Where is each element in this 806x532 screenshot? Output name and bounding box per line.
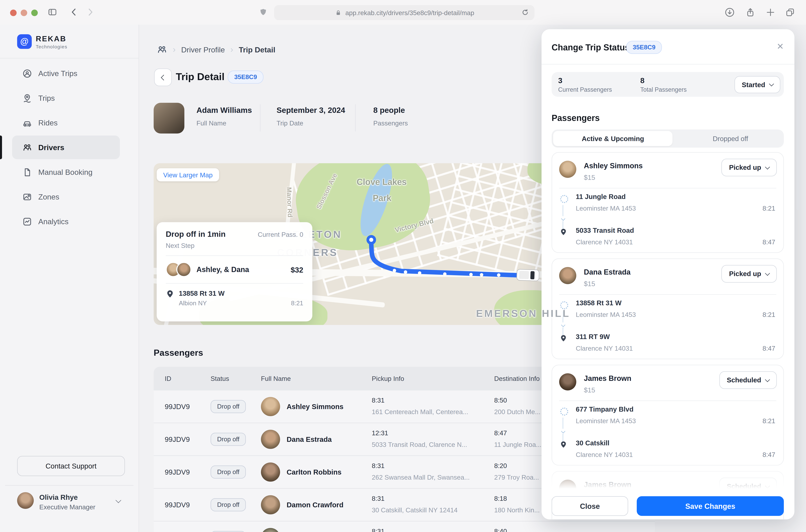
sidebar-nav: Active Trips Trips Rides Driv xyxy=(0,61,138,234)
trip-status-value: Started xyxy=(742,81,765,89)
user-name: Olivia Rhye xyxy=(39,493,78,501)
chevron-down-icon xyxy=(769,81,774,87)
address-bar[interactable]: app.rekab.city/drivers/35e8c9/trip-detai… xyxy=(274,5,535,20)
tab-overview-icon[interactable] xyxy=(785,7,795,18)
pickup-address: 5033 Transit Road, Clarence N... xyxy=(372,441,483,449)
pickup-time: 8:21 xyxy=(763,417,775,425)
shield-icon[interactable] xyxy=(258,7,268,17)
sidebar-item-trips[interactable]: Trips xyxy=(0,86,138,110)
cell-id: 99JDV9 xyxy=(154,501,199,509)
sidebar: @ REKAB Technologies Active Trips Trips xyxy=(0,25,139,532)
status-badge[interactable]: Drop off xyxy=(211,400,246,413)
passenger-tabs: Active & Upcoming Dropped off xyxy=(552,130,784,148)
total-passengers-label: Total Passengers xyxy=(640,86,687,93)
breadcrumb-driver-profile[interactable]: Driver Profile xyxy=(181,45,225,54)
trip-status-dropdown[interactable]: Started xyxy=(735,76,780,93)
back-icon[interactable] xyxy=(69,7,79,17)
view-larger-map-button[interactable]: View Larger Map xyxy=(157,168,219,182)
avatar xyxy=(261,495,280,514)
back-button[interactable] xyxy=(154,69,172,86)
traffic-close-button[interactable] xyxy=(10,10,17,16)
current-passengers-label: Current Passengers xyxy=(558,86,612,93)
route-connector xyxy=(563,418,563,429)
scrollbar[interactable] xyxy=(797,69,800,210)
pickup-time: 8:31 xyxy=(372,528,483,532)
sidebar-item-drivers[interactable]: Drivers xyxy=(0,135,138,160)
breadcrumb-trip-detail: Trip Detail xyxy=(239,45,275,54)
divider xyxy=(260,104,261,132)
app-window: app.rekab.city/drivers/35e8c9/trip-detai… xyxy=(0,0,806,532)
column-id: ID xyxy=(154,375,199,382)
close-button[interactable]: Close xyxy=(552,496,628,516)
dest-time: 8:40 xyxy=(494,528,655,532)
passenger-name: James Brown xyxy=(584,374,631,382)
sidebar-item-label: Zones xyxy=(38,192,59,201)
sidebar-item-label: Active Trips xyxy=(38,69,77,78)
sidebar-toggle-icon[interactable] xyxy=(47,7,57,17)
sidebar-item-label: Trips xyxy=(38,94,55,102)
cell-name: Carlton Robbins xyxy=(287,468,342,476)
passenger-status-dropdown[interactable]: Picked up xyxy=(722,159,777,176)
trip-stats-card: 3 Current Passengers 8 Total Passengers … xyxy=(552,72,784,97)
downloads-icon[interactable] xyxy=(724,7,735,18)
reload-icon[interactable] xyxy=(521,8,530,17)
location-pin-icon xyxy=(560,441,567,449)
share-icon[interactable] xyxy=(745,7,756,18)
divider xyxy=(541,64,794,64)
sidebar-item-zones[interactable]: Zones xyxy=(0,184,138,209)
tab-dropped-off[interactable]: Dropped off xyxy=(677,130,784,148)
traffic-minimize-button[interactable] xyxy=(21,10,27,16)
traffic-zoom-button[interactable] xyxy=(31,10,38,16)
dropoff-address: 30 Catskill xyxy=(576,439,609,447)
close-icon[interactable]: ✕ xyxy=(776,41,784,52)
url-text: app.rekab.city/drivers/35e8c9/trip-detai… xyxy=(345,9,474,17)
status-badge[interactable]: Drop off xyxy=(211,433,246,446)
pickup-time: 12:31 xyxy=(372,429,483,437)
passenger-status-value: Scheduled xyxy=(727,376,761,384)
sidebar-item-rides[interactable]: Rides xyxy=(0,110,138,135)
chevron-left-icon xyxy=(161,75,167,80)
avatar xyxy=(559,373,576,391)
sidebar-item-label: Drivers xyxy=(38,143,64,152)
sidebar-item-manual-booking[interactable]: Manual Booking xyxy=(0,160,138,184)
dropoff-time: 8:47 xyxy=(763,238,775,246)
chevron-down-icon xyxy=(765,270,770,276)
status-badge[interactable]: Drop off xyxy=(211,531,246,532)
rider-names: Ashley, & Dana xyxy=(196,266,291,273)
avatar xyxy=(261,430,280,449)
pickup-pending-icon xyxy=(560,407,568,416)
chevron-down-icon[interactable] xyxy=(116,497,121,503)
trip-map[interactable]: Clove Lakes Park Victory Blvd Manor Rd S… xyxy=(154,163,657,325)
avatar[interactable] xyxy=(17,492,34,509)
forward-icon[interactable] xyxy=(85,7,95,17)
sidebar-item-label: Manual Booking xyxy=(38,168,93,176)
brand-sub: Technologies xyxy=(36,44,67,50)
breadcrumb: › Driver Profile › Trip Detail xyxy=(157,44,275,55)
save-changes-button[interactable]: Save Changes xyxy=(637,496,784,516)
pickup-time: 8:21 xyxy=(763,205,775,212)
rekab-logo-icon: @ xyxy=(17,34,32,49)
next-step-title: Drop off in 1min xyxy=(166,230,226,239)
map-image-icon xyxy=(22,192,32,202)
car-icon xyxy=(22,118,32,128)
passenger-status-dropdown[interactable]: Picked up xyxy=(722,265,777,283)
pickup-city: Leominster MA 1453 xyxy=(576,417,636,425)
passenger-status-dropdown[interactable]: Scheduled xyxy=(719,371,777,389)
passenger-count: 8 people xyxy=(373,106,405,115)
sidebar-item-active-trips[interactable]: Active Trips xyxy=(0,61,138,86)
table-row[interactable]: 99JDV9 Drop off 8:31 8:40 xyxy=(154,521,655,532)
dropoff-time: 8:47 xyxy=(763,451,775,458)
page-title: Trip Detail xyxy=(176,71,225,83)
lock-icon xyxy=(334,9,342,17)
tab-active-upcoming[interactable]: Active & Upcoming xyxy=(553,131,673,146)
sidebar-item-analytics[interactable]: Analytics xyxy=(0,209,138,234)
new-tab-icon[interactable] xyxy=(765,7,776,18)
status-badge[interactable]: Drop off xyxy=(211,466,246,479)
next-step-subtitle: Next Step xyxy=(166,242,303,249)
next-stop-time: 8:21 xyxy=(291,300,303,307)
chevron-right-icon: › xyxy=(230,45,233,55)
current-passengers: Current Pass. 0 xyxy=(258,231,303,238)
status-badge[interactable]: Drop off xyxy=(211,498,246,511)
passenger-status-value: Picked up xyxy=(729,270,761,278)
contact-support-button[interactable]: Contact Support xyxy=(17,456,125,476)
